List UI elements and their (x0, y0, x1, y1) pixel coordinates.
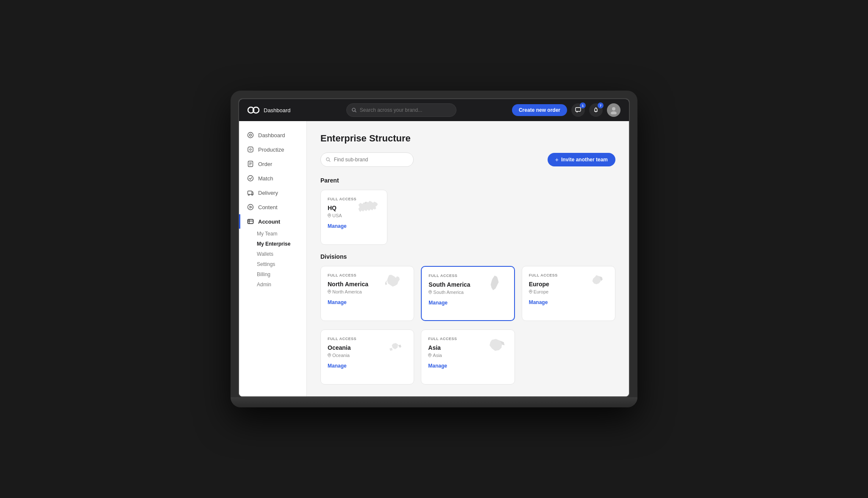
division-card-asia[interactable]: FULL ACCESS Asia Asia (421, 329, 515, 385)
sidebar-label-account: Account (258, 219, 280, 225)
svg-point-15 (248, 176, 253, 181)
empty-cell (522, 329, 615, 385)
card-badge: FULL ACCESS (328, 273, 368, 277)
division-card-north-america[interactable]: FULL ACCESS North America North America (320, 266, 414, 321)
chat-button[interactable]: 1 (571, 103, 585, 117)
card-name: Asia (428, 344, 457, 351)
divisions-row-1: FULL ACCESS North America North America (320, 266, 615, 321)
card-name: Europe (529, 281, 558, 288)
sidebar-item-productize[interactable]: Productize (239, 142, 306, 157)
svg-point-27 (329, 291, 330, 292)
sidebar-label-dashboard: Dashboard (258, 132, 285, 138)
division-card-south-america[interactable]: FULL ACCESS South America South America (421, 266, 515, 321)
order-icon (247, 160, 254, 167)
svg-point-10 (250, 149, 251, 150)
chat-badge: 1 (580, 102, 586, 108)
page-title: Enterprise Structure (320, 133, 615, 144)
card-manage-oceania[interactable]: Manage (328, 358, 407, 375)
card-location: South America (428, 290, 470, 295)
chat-icon (575, 107, 581, 113)
card-info: FULL ACCESS South America South America (428, 274, 470, 295)
productize-icon (247, 146, 254, 153)
card-map-world (356, 197, 380, 217)
laptop-base (231, 397, 637, 407)
card-map-sa (484, 274, 507, 294)
card-inner: FULL ACCESS HQ USA (328, 197, 380, 218)
svg-point-28 (430, 291, 431, 293)
card-name: North America (328, 281, 368, 288)
home-icon (247, 132, 254, 138)
sidebar-item-match[interactable]: Match (239, 171, 306, 185)
sidebar-item-order[interactable]: Order (239, 157, 306, 171)
content-area: Enterprise Structure + Invite a (307, 121, 629, 396)
svg-line-25 (329, 160, 330, 162)
pin-icon (328, 290, 331, 294)
svg-marker-20 (250, 206, 252, 208)
create-order-button[interactable]: Create new order (512, 104, 567, 116)
card-manage-sa[interactable]: Manage (428, 295, 507, 312)
svg-rect-4 (576, 108, 581, 111)
sidebar-sub-settings[interactable]: Settings (257, 259, 306, 269)
svg-point-7 (248, 133, 253, 138)
sub-search-wrap[interactable] (320, 152, 414, 167)
top-actions: Create new order 1 7 (512, 103, 620, 117)
card-location: USA (328, 213, 356, 218)
card-name: Oceania (328, 344, 356, 351)
pin-icon (529, 290, 532, 294)
sidebar: Dashboard Productize (239, 121, 307, 396)
card-manage-eu[interactable]: Manage (529, 294, 608, 311)
top-bar: Dashboard Create new order (239, 99, 629, 121)
division-card-oceania[interactable]: FULL ACCESS Oceania Oceania (320, 329, 414, 385)
parent-cards-row: FULL ACCESS HQ USA (320, 190, 615, 245)
card-location: Europe (529, 289, 558, 294)
sidebar-item-dashboard[interactable]: Dashboard (239, 128, 306, 142)
sidebar-sub-billing[interactable]: Billing (257, 269, 306, 279)
svg-point-5 (612, 107, 615, 111)
sidebar-item-content[interactable]: Content (239, 200, 306, 214)
user-avatar[interactable] (607, 103, 620, 117)
sub-search-input[interactable] (334, 157, 408, 163)
card-manage-asia[interactable]: Manage (428, 358, 507, 375)
sidebar-item-delivery[interactable]: Delivery (239, 185, 306, 200)
search-filter-row: + Invite another team (320, 152, 615, 167)
sidebar-sub-wallets[interactable]: Wallets (257, 249, 306, 259)
svg-point-8 (250, 134, 252, 136)
sidebar-label-content: Content (258, 204, 278, 210)
parent-card-hq[interactable]: FULL ACCESS HQ USA (320, 190, 387, 245)
svg-point-26 (329, 215, 330, 216)
card-location: Asia (428, 353, 457, 358)
card-location: Oceania (328, 353, 356, 358)
svg-rect-21 (248, 219, 253, 224)
card-info: FULL ACCESS Europe Europe (529, 273, 558, 294)
card-map-asia (484, 337, 508, 357)
card-badge: FULL ACCESS (428, 274, 470, 278)
sidebar-label-productize: Productize (258, 147, 284, 153)
top-search-wrap[interactable] (346, 103, 456, 117)
card-manage-hq[interactable]: Manage (328, 218, 380, 235)
card-info: FULL ACCESS Asia Asia (428, 337, 457, 358)
invite-btn-label: Invite another team (561, 157, 608, 163)
card-badge: FULL ACCESS (428, 337, 457, 341)
card-location: North America (328, 289, 368, 294)
sidebar-label-order: Order (258, 161, 272, 167)
search-bar (298, 103, 505, 117)
sidebar-sub-my-team[interactable]: My Team (257, 229, 306, 239)
sidebar-sub-admin[interactable]: Admin (257, 279, 306, 290)
sidebar-label-delivery: Delivery (258, 190, 278, 196)
card-info: FULL ACCESS Oceania Oceania (328, 337, 356, 358)
notifications-button[interactable]: 7 (589, 103, 603, 117)
card-manage-na[interactable]: Manage (328, 294, 407, 311)
card-map-oceania (383, 337, 407, 357)
card-badge: FULL ACCESS (529, 273, 558, 277)
top-search-input[interactable] (360, 107, 451, 113)
sidebar-sub-my-enterprise[interactable]: My Enterprise (257, 239, 306, 249)
card-badge: FULL ACCESS (328, 197, 356, 201)
division-card-europe[interactable]: FULL ACCESS Europe Europe (522, 266, 615, 321)
card-info: FULL ACCESS North America North America (328, 273, 368, 294)
invite-team-button[interactable]: + Invite another team (548, 153, 615, 166)
parent-section: Parent FULL ACCESS HQ (320, 177, 615, 245)
svg-rect-9 (248, 147, 253, 152)
main-layout: Dashboard Productize (239, 121, 629, 396)
svg-line-3 (355, 111, 356, 112)
sidebar-item-account[interactable]: Account (239, 214, 306, 229)
